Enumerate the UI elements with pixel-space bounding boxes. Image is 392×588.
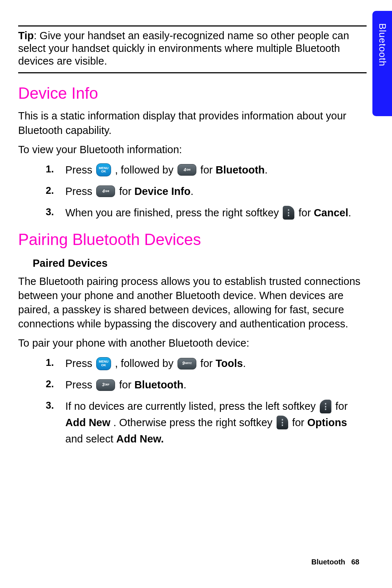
step-item: 1. Press MENUOK , followed by 4GHI for B…: [65, 162, 367, 178]
text: If no devices are currently listed, pres…: [65, 400, 319, 412]
text: Press: [65, 185, 95, 197]
text: Press: [65, 379, 95, 391]
bold-text: Tools: [216, 358, 243, 369]
step-item: 3. When you are finished, press the righ…: [65, 205, 367, 221]
heading-device-info: Device Info: [18, 84, 374, 102]
step-number: 3.: [46, 398, 54, 413]
step-item: 2. Press 4GHI for Device Info.: [65, 183, 367, 200]
left-softkey-icon: [320, 400, 331, 413]
subheading-paired-devices: Paired Devices: [33, 257, 374, 269]
text: . Otherwise press the right softkey: [113, 417, 275, 428]
steps-list: 1. Press MENUOK , followed by 9WXYZ for …: [18, 355, 367, 447]
text: for: [298, 207, 314, 219]
text: for: [200, 358, 216, 369]
step-item: 1. Press MENUOK , followed by 9WXYZ for …: [65, 355, 367, 372]
text: , followed by: [115, 164, 176, 176]
text: for: [119, 185, 134, 197]
bold-text: Options: [307, 417, 347, 428]
bold-text: Bluetooth: [216, 164, 265, 176]
text: .: [243, 358, 246, 369]
step-item: 2. Press 3DEF for Bluetooth.: [65, 377, 367, 393]
menu-ok-key-icon: MENUOK: [96, 163, 111, 176]
text: Press: [65, 358, 95, 369]
bold-text: Add New: [65, 417, 110, 428]
step-item: 3. If no devices are currently listed, p…: [65, 398, 367, 447]
bold-text: Cancel: [314, 207, 348, 219]
section-tab: Bluetooth: [372, 11, 392, 116]
bold-text: Device Info: [134, 185, 191, 197]
steps-list: 1. Press MENUOK , followed by 4GHI for B…: [18, 162, 367, 221]
right-softkey-icon: [277, 416, 288, 429]
paragraph: The Bluetooth pairing process allows you…: [18, 274, 367, 331]
page-footer: Bluetooth 68: [311, 558, 359, 566]
paragraph: To view your Bluetooth information:: [18, 143, 367, 157]
text: for: [335, 400, 348, 412]
tip-text: : Give your handset an easily-recognized…: [18, 30, 349, 67]
menu-ok-key-icon: MENUOK: [96, 357, 111, 370]
text: and select: [65, 433, 116, 445]
step-number: 3.: [46, 205, 54, 220]
tip-box: Tip: Give your handset an easily-recogni…: [18, 25, 367, 73]
key-4-ghi-icon: 4GHI: [177, 164, 196, 176]
heading-pairing: Pairing Bluetooth Devices: [18, 230, 374, 249]
section-tab-label: Bluetooth: [377, 11, 388, 66]
text: for: [200, 164, 216, 176]
text: .: [348, 207, 351, 219]
key-9-wxyz-icon: 9WXYZ: [177, 358, 196, 369]
key-4-ghi-icon: 4GHI: [96, 185, 115, 197]
text: for: [119, 379, 134, 391]
paragraph: To pair your phone with another Bluetoot…: [18, 336, 367, 350]
paragraph: This is a static information display tha…: [18, 109, 367, 137]
key-3-def-icon: 3DEF: [96, 379, 115, 391]
text: .: [183, 379, 186, 391]
footer-page: 68: [351, 558, 359, 566]
step-number: 1.: [46, 162, 54, 177]
text: , followed by: [115, 358, 176, 369]
step-number: 2.: [46, 377, 54, 392]
text: Press: [65, 164, 95, 176]
text: for: [292, 417, 307, 428]
bold-text: Add New.: [116, 433, 164, 445]
tip-label: Tip: [18, 30, 34, 41]
text: .: [191, 185, 193, 197]
footer-section: Bluetooth: [311, 558, 345, 566]
text: When you are finished, press the right s…: [65, 207, 282, 219]
step-number: 1.: [46, 355, 54, 371]
text: .: [265, 164, 268, 176]
right-softkey-icon: [283, 206, 294, 220]
step-number: 2.: [46, 183, 54, 199]
bold-text: Bluetooth: [134, 379, 183, 391]
